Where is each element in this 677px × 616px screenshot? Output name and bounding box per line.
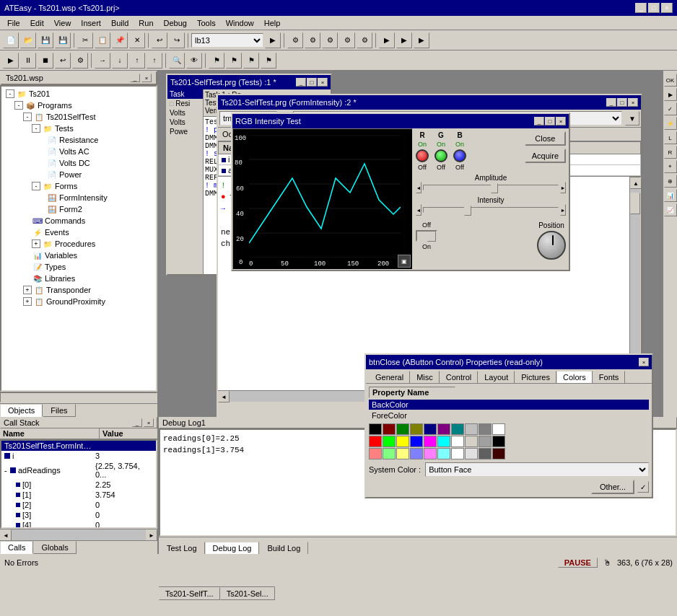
tb-go[interactable]: ▶ xyxy=(265,32,281,48)
swatch-magenta[interactable] xyxy=(424,436,437,447)
swatch-dark-red[interactable] xyxy=(383,423,396,435)
tb-paste[interactable]: 📌 xyxy=(112,32,128,48)
tb2-14[interactable]: ⚑ xyxy=(243,53,259,69)
amp-right-btn[interactable]: ► xyxy=(560,182,566,193)
swatch-dark-magenta[interactable] xyxy=(437,423,450,435)
tree-libraries[interactable]: 📚 Libraries xyxy=(3,273,154,284)
swatch-white3[interactable] xyxy=(451,448,464,459)
amplitude-slider-track[interactable] xyxy=(423,185,559,190)
rtb-1[interactable]: OK xyxy=(664,74,677,87)
swatch-light-red[interactable] xyxy=(369,448,382,459)
tree-voltsdc[interactable]: 📄 Volts DC xyxy=(3,157,154,169)
system-color-combo[interactable]: Button Face xyxy=(425,462,649,477)
tb2-12[interactable]: ⚑ xyxy=(209,53,224,69)
tb2-10[interactable]: 🔍 xyxy=(169,53,185,69)
other-check[interactable]: ✓ xyxy=(637,481,649,493)
callstack-row-1idx[interactable]: [1] 3.754 xyxy=(1,490,156,500)
task-item-2[interactable]: Volts xyxy=(167,118,203,127)
tab-testlog[interactable]: Test Log xyxy=(159,542,205,554)
project-panel-minimize[interactable]: _ xyxy=(130,74,140,82)
rtb-2[interactable]: ▶ xyxy=(664,88,677,101)
callstack-row-0idx[interactable]: [0] 2.25 xyxy=(1,480,156,490)
scroll-thumb[interactable] xyxy=(630,193,640,214)
switch-track[interactable] xyxy=(416,230,437,242)
swatch-dark-gray[interactable] xyxy=(479,423,492,435)
callstack-row-ad[interactable]: - adReadings {2.25, 3.754, 0... xyxy=(1,461,156,480)
taskbar-win1[interactable]: Ts201-SelfT... xyxy=(159,587,220,600)
swatch-light-green[interactable] xyxy=(383,448,396,459)
tree-expand-programs[interactable]: - xyxy=(14,101,23,110)
forecolor-row[interactable]: ForeColor xyxy=(369,410,649,421)
tb2-6[interactable]: → xyxy=(95,53,110,69)
menu-insert[interactable]: Insert xyxy=(77,18,105,28)
tree-events[interactable]: ⚡ Events xyxy=(3,226,154,238)
props-close-btn[interactable]: × xyxy=(639,358,649,366)
swatch-light-magenta[interactable] xyxy=(424,448,437,459)
swatch-light-cyan[interactable] xyxy=(437,448,450,459)
tree-root[interactable]: - 📁 Ts201 xyxy=(3,88,154,100)
task-item-0[interactable]: □ Resi xyxy=(167,99,203,108)
rgb-min-btn[interactable]: _ xyxy=(534,117,544,126)
backcolor-row[interactable]: BackColor xyxy=(369,400,649,410)
tb-delete[interactable]: ✕ xyxy=(129,32,145,48)
toolbar-combo[interactable]: lb13 xyxy=(191,33,263,48)
swatch-light-yellow[interactable] xyxy=(396,448,409,459)
tb2-5[interactable]: ⚙ xyxy=(72,53,88,69)
swatch-dark-yellow[interactable] xyxy=(410,423,423,435)
swatch-gray2[interactable] xyxy=(479,436,492,447)
swatch-light-blue[interactable] xyxy=(410,448,423,459)
tb2-11[interactable]: 👁 xyxy=(186,53,202,69)
swatch-dark-green[interactable] xyxy=(396,423,409,435)
event-btn[interactable]: ▼ xyxy=(625,111,639,126)
swatch-near-white[interactable] xyxy=(465,448,478,459)
tb-build2[interactable]: ⚙ xyxy=(305,32,320,48)
int-right-btn[interactable]: ► xyxy=(560,204,566,216)
callstack-row-2idx[interactable]: [2] 0 xyxy=(1,500,156,510)
callstack-row-0[interactable]: Ts201SelfTest.FormIntensity.tmr1.C... xyxy=(1,441,156,451)
props-tab-general[interactable]: General xyxy=(369,371,410,383)
props-tab-control[interactable]: Control xyxy=(440,371,478,383)
tree-types[interactable]: 📝 Types xyxy=(3,261,154,273)
tb-extra1[interactable]: ▶ xyxy=(379,32,395,48)
callstack-min-btn[interactable]: _ xyxy=(132,418,142,427)
tb-extra2[interactable]: ▶ xyxy=(396,32,412,48)
tree-expand-procedures[interactable]: + xyxy=(32,239,40,248)
tb-redo[interactable]: ↪ xyxy=(169,32,185,48)
props-tab-misc[interactable]: Misc xyxy=(410,371,440,383)
tb2-9[interactable]: ↑ xyxy=(147,53,162,69)
tb2-2[interactable]: ⏸ xyxy=(20,53,36,69)
swatch-yellow[interactable] xyxy=(396,436,409,447)
tree-power[interactable]: 📄 Power xyxy=(3,169,154,180)
tb2-15[interactable]: ⚑ xyxy=(261,53,276,69)
win-fi-min[interactable]: _ xyxy=(606,98,616,107)
callstack-close-btn[interactable]: × xyxy=(144,418,154,427)
win-tests-min[interactable]: _ xyxy=(296,78,306,87)
tree-expand-forms[interactable]: - xyxy=(32,182,40,190)
tree-forms[interactable]: - 📁 Forms xyxy=(3,180,154,192)
win-tests-close[interactable]: × xyxy=(318,78,328,87)
rtb-7[interactable]: ⌖ xyxy=(664,160,677,173)
intensity-slider-thumb[interactable] xyxy=(464,206,471,216)
tb-cut[interactable]: ✂ xyxy=(77,32,93,48)
rtb-5[interactable]: L xyxy=(664,131,677,144)
tb-save-all[interactable]: 💾 xyxy=(55,32,71,48)
maximize-btn[interactable]: □ xyxy=(648,3,660,13)
tb-open[interactable]: 📂 xyxy=(20,32,36,48)
rtb-6[interactable]: R xyxy=(664,146,677,159)
rtb-9[interactable]: 📊 xyxy=(664,189,677,202)
swatch-white2[interactable] xyxy=(451,436,464,447)
swatch-black[interactable] xyxy=(369,423,382,435)
tb-build3[interactable]: ⚙ xyxy=(322,32,338,48)
tree-expand-root[interactable]: - xyxy=(6,89,14,98)
tab-files[interactable]: Files xyxy=(43,404,75,417)
acquire-button[interactable]: Acquire xyxy=(525,149,566,163)
taskbar-win2[interactable]: Ts201-Sel... xyxy=(220,587,275,600)
swatch-blue[interactable] xyxy=(410,436,423,447)
rtb-10[interactable]: 📈 xyxy=(664,203,677,216)
project-tree[interactable]: - 📁 Ts201 - 📦 Programs - 📋 Ts201SelfTest xyxy=(0,85,157,392)
project-panel-close[interactable]: × xyxy=(141,74,152,82)
tree-expand-transponder[interactable]: + xyxy=(23,286,32,294)
tab-debuglog[interactable]: Debug Log xyxy=(205,542,260,554)
tree-tests[interactable]: - 📁 Tests xyxy=(3,123,154,134)
amplitude-slider-thumb[interactable] xyxy=(491,183,498,193)
